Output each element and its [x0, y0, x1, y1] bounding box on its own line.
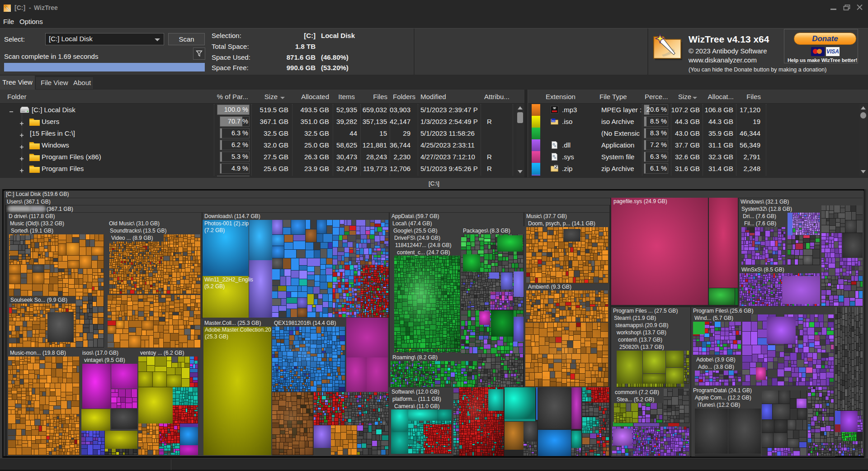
svg-text:System32\ (12.8 GB): System32\ (12.8 GB)	[741, 206, 792, 212]
svg-text:D drive\ (117.8 GB): D drive\ (117.8 GB)	[9, 213, 55, 219]
svg-text:[C:] Local Disk (519.6 GB): [C:] Local Disk (519.6 GB)	[6, 191, 69, 197]
svg-text:Users\ (367.1 GB): Users\ (367.1 GB)	[7, 199, 51, 205]
svg-text:Software\ (12.0 GB): Software\ (12.0 GB)	[392, 389, 439, 395]
svg-text:Dri... (7.6 GB): Dri... (7.6 GB)	[743, 213, 776, 219]
svg-text:workshop\ (13.7 GB): workshop\ (13.7 GB)	[616, 329, 666, 336]
svg-text:Video ... (8.9 GB): Video ... (8.9 GB)	[111, 235, 153, 241]
svg-text:iso: iso	[552, 119, 556, 122]
svg-text:Program Files ... (27.5 GB): Program Files ... (27.5 GB)	[613, 308, 678, 314]
svg-text:Ambient\ (9.3 GB): Ambient\ (9.3 GB)	[528, 284, 571, 290]
svg-text:platform... (11.1 GB): platform... (11.1 GB)	[392, 396, 441, 402]
svg-text:Soulseek So... (9.9 GB): Soulseek So... (9.9 GB)	[10, 297, 67, 303]
svg-text:Fil... (7.6 GB): Fil... (7.6 GB)	[744, 220, 776, 227]
svg-text:Downloads\ (114.7 GB): Downloads\ (114.7 GB)	[204, 213, 260, 219]
svg-text:Apple Com... (12.2 GB): Apple Com... (12.2 GB)	[695, 395, 751, 401]
svg-text:isos\ (17.0 GB): isos\ (17.0 GB)	[82, 350, 118, 356]
svg-text:iTunes\ (12.2 GB): iTunes\ (12.2 GB)	[698, 402, 740, 408]
svg-text:Photos-001 (2).zip: Photos-001 (2).zip	[204, 220, 249, 227]
svg-text:Roaming\ (8.2 GB): Roaming\ (8.2 GB)	[392, 354, 438, 361]
svg-text:Master.Coll... (25.3 GB): Master.Coll... (25.3 GB)	[204, 320, 261, 326]
svg-text:Windows\ (32.1 GB): Windows\ (32.1 GB)	[741, 199, 789, 205]
svg-text:(25.3 GB): (25.3 GB)	[205, 333, 228, 340]
svg-text:Win11_22H2_Englis: Win11_22H2_Englis	[204, 276, 253, 283]
svg-text:250820\ (13.7 GB): 250820\ (13.7 GB)	[619, 344, 664, 350]
svg-text:Adobe\ (3.9 GB): Adobe\ (3.9 GB)	[696, 357, 736, 363]
svg-text:ventoy ... (6.2 GB): ventoy ... (6.2 GB)	[140, 350, 184, 356]
svg-text:Sorted\ (19.1 GB): Sorted\ (19.1 GB)	[11, 228, 53, 234]
svg-text:steamapps\ (20.9 GB): steamapps\ (20.9 GB)	[615, 322, 668, 328]
svg-text:AppData\ (59.7 GB): AppData\ (59.7 GB)	[392, 213, 439, 219]
svg-text:Google\ (25.5 GB): Google\ (25.5 GB)	[393, 228, 437, 234]
svg-text:Music (Old)\ (33.2 GB): Music (Old)\ (33.2 GB)	[10, 220, 64, 227]
svg-text:DriveFS\ (24.9 GB): DriveFS\ (24.9 GB)	[394, 235, 440, 241]
svg-text:Steam\ (21.9 GB): Steam\ (21.9 GB)	[614, 315, 656, 321]
svg-text:(5.2 GB): (5.2 GB)	[204, 283, 225, 290]
svg-text:Doom, psych, p... (14.1 GB): Doom, psych, p... (14.1 GB)	[528, 220, 595, 227]
svg-text:WinSxS\ (8.5 GB): WinSxS\ (8.5 GB)	[741, 266, 784, 273]
svg-text:Music\ (37.7 GB): Music\ (37.7 GB)	[526, 213, 567, 219]
svg-text:Camera\ (11.0 GB): Camera\ (11.0 GB)	[394, 403, 439, 409]
svg-text:content\ (13.7 GB): content\ (13.7 GB)	[618, 337, 662, 343]
svg-text:(367.1 GB): (367.1 GB)	[47, 206, 73, 212]
svg-text:Wind... (5.7 GB): Wind... (5.7 GB)	[694, 315, 733, 321]
svg-text:common\ (7.2 GB): common\ (7.2 GB)	[615, 389, 659, 395]
svg-text:118412447... (24.8 GB): 118412447... (24.8 GB)	[395, 242, 452, 248]
svg-text:ProgramData\ (24.1 GB): ProgramData\ (24.1 GB)	[693, 387, 752, 394]
svg-text:Program Files\ (25.6 GB): Program Files\ (25.6 GB)	[693, 308, 753, 314]
svg-text:Packages\ (8.3 GB): Packages\ (8.3 GB)	[463, 228, 510, 234]
svg-text:Local\ (47.4 GB): Local\ (47.4 GB)	[392, 220, 432, 227]
svg-text:(7.2 GB): (7.2 GB)	[204, 227, 225, 233]
svg-text:content_c... (24.7 GB): content_c... (24.7 GB)	[397, 249, 450, 256]
svg-text:QEX19812016\ (14.4 GB): QEX19812016\ (14.4 GB)	[274, 320, 336, 326]
svg-text:Soundtracks\ (13.5 GB): Soundtracks\ (13.5 GB)	[110, 228, 166, 234]
svg-text:pagefile.sys (24.9 GB): pagefile.sys (24.9 GB)	[613, 198, 667, 205]
svg-text:vintage\ (9.5 GB): vintage\ (9.5 GB)	[84, 357, 125, 363]
svg-text:Stea... (5.2 GB): Stea... (5.2 GB)	[617, 396, 654, 403]
svg-text:Adobe.Master.Collection.20: Adobe.Master.Collection.20	[205, 327, 271, 333]
svg-text:Music-mon... (19.8 GB): Music-mon... (19.8 GB)	[10, 350, 66, 356]
svg-text:Ado... (3.8 GB): Ado... (3.8 GB)	[698, 364, 734, 370]
svg-text:Old Music\ (31.0 GB): Old Music\ (31.0 GB)	[109, 220, 160, 227]
